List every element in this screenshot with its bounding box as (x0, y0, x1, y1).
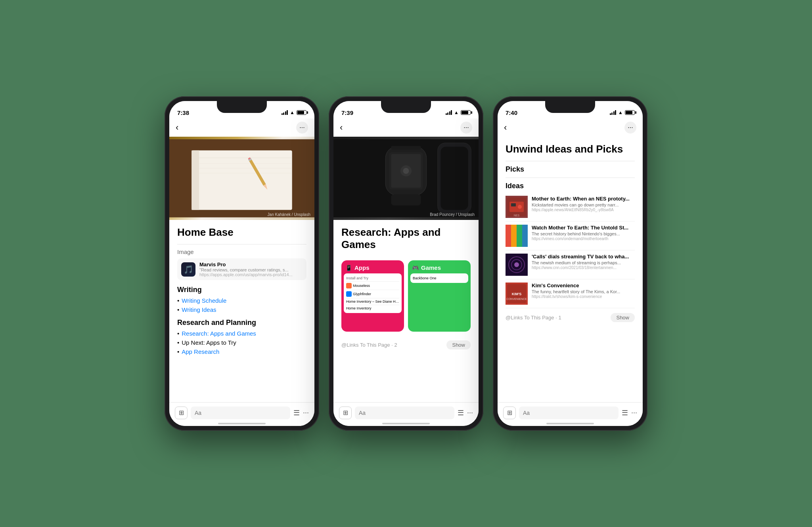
pick-nes-url: https://apple.news/AhkEtfN85Rb2y0_-y8tsw… (532, 208, 635, 212)
mute-button-2 (329, 144, 329, 158)
svg-text:KIM'S: KIM'S (512, 292, 522, 296)
bottom-toolbar-2: ⊞ ☰ ··· (333, 402, 479, 423)
writing-ideas-link[interactable]: Writing Ideas (182, 306, 216, 313)
writing-heading: Writing (177, 286, 306, 294)
page-content-1: Home Base Image 🎵 Marvis Pro "Read revie… (169, 220, 314, 364)
bullet-dot-2: • (177, 306, 179, 313)
wifi-icon-1: ▲ (290, 110, 295, 115)
home-indicator-2 (333, 423, 479, 426)
apps-games-grid: 📱 Apps Install and Try Mouseless (341, 256, 471, 336)
picks-label: Picks (506, 165, 635, 174)
phone-1-screen: 7:38 ▲ ‹ ··· (169, 101, 314, 426)
links-footer-show-2[interactable]: Show (446, 340, 471, 349)
app-research-link[interactable]: App Research (182, 348, 219, 355)
toolbar-input-1[interactable] (191, 407, 290, 419)
pick-item-nintendo[interactable]: Watch Mother To Earth: The Untold St... … (506, 221, 635, 250)
pick-nintendo-desc: The secret history behind Nintendo's big… (532, 231, 635, 236)
scroll-content-3[interactable]: Unwind Ideas and Picks Picks Ideas (498, 137, 643, 402)
more-button-3[interactable]: ··· (624, 122, 636, 134)
page-content-2: Research: Apps and Games 📱 Apps Install … (333, 220, 479, 357)
games-backbone-one: Backbone One (413, 275, 466, 281)
bullet-research-apps: • Research: Apps and Games (177, 330, 306, 337)
bullet-writing-schedule: • Writing Schedule (177, 297, 306, 304)
marvis-desc: "Read reviews, compare customer ratings,… (199, 267, 303, 272)
pick-nintendo-url: https://vimeo.com/ondemand/mothertoearth (532, 237, 635, 241)
apps-card-icon: 📱 (345, 265, 352, 271)
phone-2: 7:39 ▲ ‹ ··· (329, 96, 483, 431)
toolbar-dots-2[interactable]: ··· (467, 409, 473, 417)
research-apps-link[interactable]: Research: Apps and Games (182, 330, 256, 337)
toolbar-format-1[interactable]: ☰ (293, 409, 300, 417)
apps-install-try: Install and Try (346, 275, 399, 282)
marvis-icon: 🎵 (181, 262, 195, 277)
links-footer-text-3: @Links To This Page · 1 (506, 315, 561, 321)
back-button-1[interactable]: ‹ (176, 122, 178, 133)
volume-down-button (165, 193, 165, 217)
page-title-1: Home Base (177, 226, 306, 239)
pick-item-calls[interactable]: 'Calls' dials streaming TV back to wha..… (506, 250, 635, 279)
links-footer-text-2: @Links To This Page · 2 (341, 342, 397, 348)
games-card[interactable]: 🎮 Games Backbone One (408, 260, 471, 332)
toolbar-add-1[interactable]: ⊞ (175, 407, 188, 419)
apps-glyphfinder: Glyphfinder (353, 292, 371, 296)
apps-mouseless: Mouseless (353, 284, 370, 288)
scroll-content-2[interactable]: Brad Pouncey / Unsplash Research: Apps a… (333, 137, 479, 402)
links-footer-show-3[interactable]: Show (611, 313, 635, 322)
svg-rect-28 (511, 225, 517, 247)
toolbar-format-2[interactable]: ☰ (458, 409, 464, 417)
notch-3 (545, 101, 595, 113)
phone-1: 7:38 ▲ ‹ ··· (165, 96, 319, 431)
svg-rect-24 (511, 203, 516, 206)
power-button (319, 164, 319, 200)
pick-item-kims[interactable]: KIM'S CONVENIENCE Kim's Convenience The … (506, 279, 635, 308)
page-content-3: Unwind Ideas and Picks Picks Ideas (498, 137, 643, 330)
pick-kims-url: https://trakt.tv/shows/kim-s-convenience (532, 294, 635, 299)
time-display-2: 7:39 (341, 109, 353, 116)
back-button-2[interactable]: ‹ (340, 122, 343, 133)
divider-1 (177, 244, 306, 244)
toolbar-format-3[interactable]: ☰ (622, 409, 628, 417)
marvis-title: Marvis Pro (199, 262, 303, 267)
toolbar-dots-1[interactable]: ··· (303, 409, 309, 417)
divider-3b (506, 178, 635, 178)
phone-2-screen: 7:39 ▲ ‹ ··· (333, 101, 479, 426)
svg-rect-27 (506, 225, 511, 247)
toolbar-dots-3[interactable]: ··· (631, 409, 637, 417)
pick-nes-desc: Kickstarted movies can go down pretty na… (532, 202, 635, 207)
toolbar-input-2[interactable] (355, 407, 454, 419)
toolbar-input-3[interactable] (519, 407, 619, 419)
page-title-3: Unwind Ideas and Picks (506, 143, 635, 155)
bullet-dot-4: • (177, 339, 179, 346)
pick-item-nes[interactable]: NES Mother to Earth: When an NES prototy… (506, 193, 635, 221)
nav-bar-3: ‹ ··· (498, 118, 643, 137)
bullet-dot-1: • (177, 297, 179, 304)
pick-thumb-calls (506, 254, 528, 276)
writing-schedule-link[interactable]: Writing Schedule (182, 297, 226, 304)
hero-caption-1: Jan Kahánek / Unsplash (268, 212, 310, 217)
marvis-link-card[interactable]: 🎵 Marvis Pro "Read reviews, compare cust… (177, 258, 306, 280)
volume-down-button-3 (493, 193, 493, 217)
signal-icon-1 (282, 110, 288, 115)
scroll-content-1[interactable]: Jan Kahánek / Unsplash Home Base Image 🎵… (169, 137, 314, 402)
volume-up-button-2 (329, 164, 329, 188)
apps-card[interactable]: 📱 Apps Install and Try Mouseless (341, 260, 404, 332)
pick-thumb-nes: NES (506, 196, 528, 218)
more-button-2[interactable]: ··· (460, 122, 472, 134)
back-button-3[interactable]: ‹ (504, 122, 507, 133)
page-title-2: Research: Apps and Games (341, 226, 471, 251)
battery-icon-2 (461, 110, 471, 115)
toolbar-add-3[interactable]: ⊞ (503, 407, 516, 419)
more-button-1[interactable]: ··· (296, 122, 308, 134)
bullet-dot-5: • (177, 348, 179, 355)
toolbar-add-2[interactable]: ⊞ (339, 407, 352, 419)
pick-calls-desc: The newish medium of streaming is perhap… (532, 260, 635, 265)
svg-point-25 (518, 205, 522, 209)
pick-kims-title: Kim's Convenience (532, 283, 635, 288)
games-card-icon: 🎮 (412, 265, 419, 271)
svg-point-16 (403, 168, 409, 174)
svg-rect-20 (440, 147, 468, 210)
svg-text:CONVENIENCE: CONVENIENCE (506, 298, 527, 300)
hero-image-2: Brad Pouncey / Unsplash (333, 137, 479, 220)
svg-rect-1 (192, 151, 292, 210)
pick-calls-title: 'Calls' dials streaming TV back to wha..… (532, 254, 635, 260)
